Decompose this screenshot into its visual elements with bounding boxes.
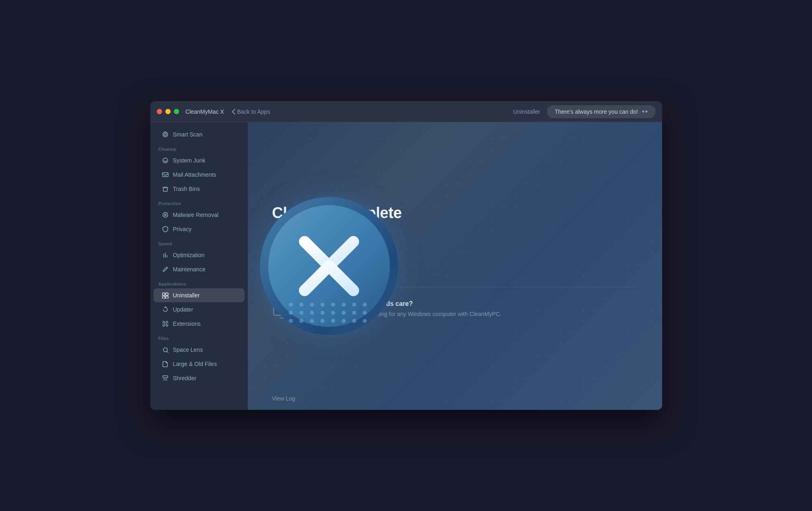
sidebar-item-malware-removal[interactable]: Malware Removal (154, 208, 245, 222)
dot (299, 319, 303, 323)
sidebar-item-large-old-files[interactable]: Large & Old Files (154, 357, 245, 371)
sidebar-item-maintenance[interactable]: Maintenance (154, 262, 245, 276)
section-label-speed: Speed (150, 236, 248, 248)
malware-removal-label: Malware Removal (173, 212, 219, 218)
dot (299, 303, 303, 307)
privacy-icon (162, 225, 169, 233)
dot (331, 303, 335, 307)
dot (352, 303, 356, 307)
svg-point-1 (164, 133, 167, 136)
dot (299, 311, 303, 315)
large-old-files-label: Large & Old Files (173, 361, 217, 367)
dot (363, 319, 367, 323)
svg-point-3 (163, 158, 168, 163)
dot (289, 303, 293, 307)
sidebar-item-optimization[interactable]: Optimization (154, 248, 245, 262)
more-button[interactable]: There's always more you can do! (547, 105, 656, 118)
sidebar-item-updater[interactable]: Updater (154, 303, 245, 316)
section-label-cleanup: Cleanup (150, 142, 248, 153)
system-junk-icon (162, 157, 169, 164)
sidebar-item-trash-bins[interactable]: Trash Bins (154, 182, 245, 196)
dot (310, 319, 314, 323)
back-to-apps-button[interactable]: Back to Apps (232, 108, 270, 115)
trash-bins-label: Trash Bins (173, 186, 200, 192)
dot (310, 311, 314, 315)
svg-rect-4 (162, 173, 168, 177)
svg-line-25 (167, 379, 167, 381)
sidebar-item-extensions[interactable]: Extensions (154, 317, 245, 331)
maintenance-icon (162, 266, 169, 273)
view-log-link[interactable]: View Log (272, 395, 295, 402)
sidebar-item-uninstaller[interactable]: Uninstaller (154, 288, 245, 302)
large-old-files-icon (162, 360, 169, 368)
dot (363, 303, 367, 307)
mail-attachments-icon (162, 171, 169, 178)
section-label: Uninstaller (513, 108, 540, 115)
logo-circle (260, 197, 398, 335)
section-label-files: Files (150, 331, 248, 342)
svg-point-0 (163, 132, 168, 137)
sidebar-item-privacy[interactable]: Privacy (154, 222, 245, 236)
dot-grid (289, 303, 369, 323)
minimize-button[interactable] (165, 109, 171, 114)
svg-line-23 (164, 379, 164, 381)
x-logo (297, 234, 362, 299)
optimization-icon (162, 251, 169, 259)
svg-rect-16 (166, 293, 168, 295)
updater-label: Updater (173, 306, 193, 313)
extensions-label: Extensions (173, 320, 201, 327)
svg-rect-18 (166, 296, 168, 299)
more-dots (642, 110, 647, 113)
dot (320, 311, 325, 315)
content-area: Cleanup complete 586,2 MB Cleaned (248, 122, 662, 410)
sidebar: Smart Scan Cleanup System Junk (150, 122, 248, 410)
dot (352, 311, 356, 315)
sidebar-item-system-junk[interactable]: System Junk (154, 154, 245, 167)
updater-icon (162, 306, 169, 313)
sidebar-item-space-lens[interactable]: Space Lens (154, 343, 245, 357)
maximize-button[interactable] (174, 109, 179, 114)
dot (331, 319, 335, 323)
dot (342, 311, 346, 315)
extensions-icon (162, 320, 169, 327)
trash-bins-icon (162, 185, 169, 193)
app-window: CleanMyMac X Back to Apps Uninstaller Th… (150, 101, 662, 410)
dot (342, 303, 346, 307)
dot (289, 311, 293, 315)
dot (289, 319, 293, 323)
smart-scan-icon (162, 131, 169, 138)
dot (320, 303, 325, 307)
back-chevron-icon (232, 109, 235, 115)
smart-scan-label: Smart Scan (173, 131, 203, 138)
sidebar-item-mail-attachments[interactable]: Mail Attachments (154, 168, 245, 182)
dot (363, 311, 367, 315)
dot (342, 319, 346, 323)
svg-rect-17 (162, 296, 165, 299)
dot-1 (642, 110, 644, 113)
svg-line-21 (167, 351, 168, 353)
section-label-protection: Protection (150, 196, 248, 208)
main-content: Smart Scan Cleanup System Junk (150, 122, 662, 410)
logo-container (248, 122, 402, 410)
titlebar-right: Uninstaller There's always more you can … (513, 105, 655, 118)
titlebar: CleanMyMac X Back to Apps Uninstaller Th… (150, 101, 662, 122)
svg-rect-5 (163, 188, 167, 191)
svg-rect-19 (164, 323, 167, 325)
app-title: CleanMyMac X (186, 108, 224, 115)
maintenance-label: Maintenance (173, 266, 206, 273)
close-button[interactable] (157, 109, 162, 114)
dot (352, 319, 356, 323)
mail-attachments-label: Mail Attachments (173, 171, 217, 178)
dot (320, 319, 325, 323)
svg-rect-22 (163, 376, 168, 378)
malware-removal-icon (162, 211, 169, 219)
sidebar-item-shredder[interactable]: Shredder (154, 371, 245, 385)
privacy-label: Privacy (173, 226, 192, 232)
uninstaller-label: Uninstaller (173, 292, 200, 299)
dot (331, 311, 335, 315)
shredder-label: Shredder (173, 375, 197, 381)
sidebar-item-smart-scan[interactable]: Smart Scan (154, 128, 245, 141)
section-label-applications: Applications (150, 277, 248, 288)
system-junk-label: System Junk (173, 157, 206, 164)
space-lens-icon (162, 346, 169, 353)
